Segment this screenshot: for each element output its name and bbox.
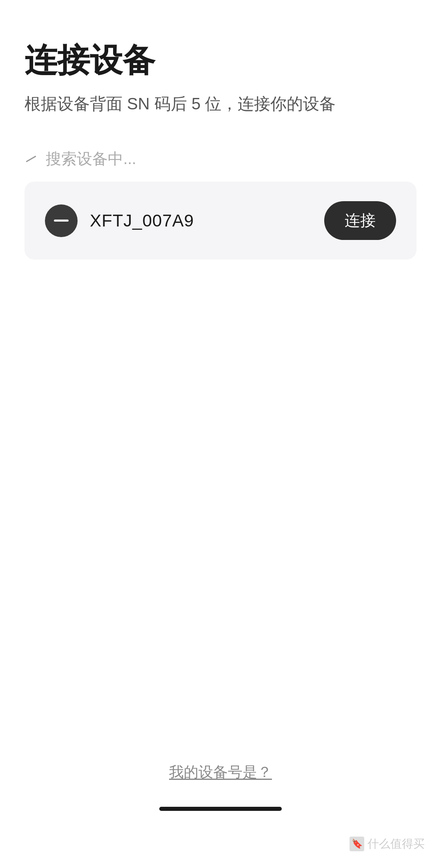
device-item: XFTJ_007A9 连接 xyxy=(37,190,404,251)
help-link[interactable]: 我的设备号是？ xyxy=(169,762,272,782)
bottom-area: 我的设备号是？ xyxy=(24,762,416,844)
device-left-section: XFTJ_007A9 xyxy=(45,204,194,237)
device-list: XFTJ_007A9 连接 xyxy=(24,182,416,260)
search-status-bar: 搜索设备中... xyxy=(24,149,416,169)
device-icon-minus xyxy=(54,220,69,222)
connect-button[interactable]: 连接 xyxy=(324,201,396,240)
spacer xyxy=(24,260,416,762)
page-subtitle: 根据设备背面 SN 码后 5 位，连接你的设备 xyxy=(24,91,416,116)
search-spinner-icon xyxy=(24,153,38,166)
page-container: 连接设备 根据设备背面 SN 码后 5 位，连接你的设备 搜索设备中... XF… xyxy=(0,0,441,868)
watermark-text: 什么值得买 xyxy=(368,836,425,852)
watermark: 🔖 什么值得买 xyxy=(350,836,425,852)
home-indicator xyxy=(159,807,282,811)
device-icon xyxy=(45,204,78,237)
search-status-text: 搜索设备中... xyxy=(46,149,136,169)
page-title: 连接设备 xyxy=(24,41,416,80)
watermark-icon: 🔖 xyxy=(350,837,364,851)
device-name-label: XFTJ_007A9 xyxy=(90,211,194,231)
